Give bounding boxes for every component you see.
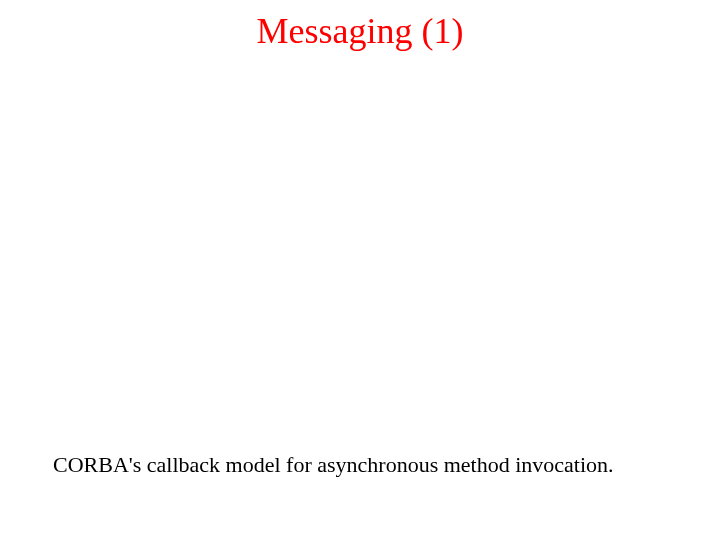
slide: Messaging (1) CORBA's callback model for…	[0, 0, 720, 540]
slide-title: Messaging (1)	[0, 10, 720, 52]
slide-caption: CORBA's callback model for asynchronous …	[53, 452, 673, 478]
